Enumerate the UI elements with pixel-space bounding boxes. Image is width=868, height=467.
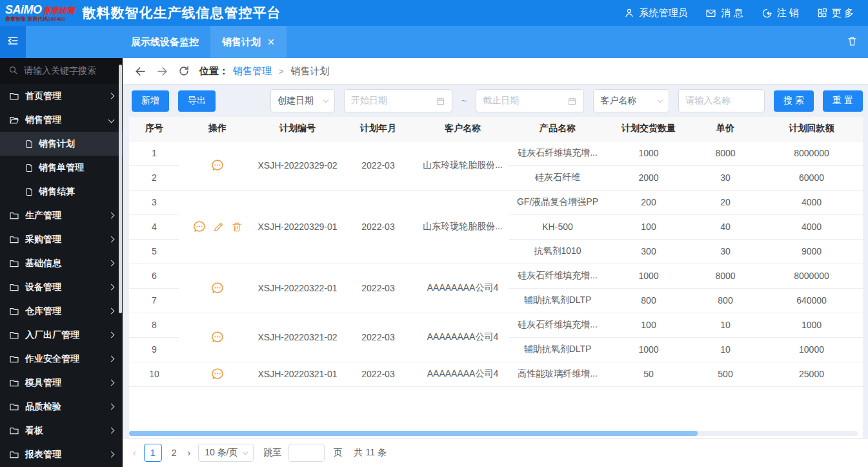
date-type-value: 创建日期 <box>278 95 314 107</box>
sidebar-item-报表管理[interactable]: 报表管理 <box>0 442 123 466</box>
sidebar-item-设备管理[interactable]: 设备管理 <box>0 275 123 299</box>
sidebar-item-label: 首页管理 <box>25 90 103 102</box>
sidebar-item-采购管理[interactable]: 采购管理 <box>0 227 123 251</box>
chevron-right-icon <box>108 236 115 243</box>
horizontal-scrollbar-thumb[interactable] <box>129 431 698 436</box>
page-size-value: 10 条/页 <box>205 447 237 459</box>
next-page-button[interactable]: › <box>186 448 192 458</box>
cell-product-name: 辅助抗氧剂DLTP <box>509 337 607 362</box>
cell-planned-quantity: 50 <box>607 362 691 386</box>
jump-page-input[interactable] <box>288 444 325 462</box>
cell-plan-number: XSJH-20220321-01 <box>256 362 339 386</box>
sidebar-subitem-销售单管理[interactable]: 销售单管理 <box>0 156 123 180</box>
sidebar-item-label: 销售管理 <box>25 114 103 126</box>
cell-actions <box>179 313 256 362</box>
table-row: 10XSJH-20220321-012022-03AAAAAAAA公司4高性能玻… <box>129 362 863 386</box>
cell-unit-price: 800 <box>691 288 760 313</box>
cell-product-name: 硅灰石纤维 <box>509 165 607 190</box>
tab-label: 销售计划 <box>222 36 261 48</box>
delete-icon[interactable] <box>231 221 243 233</box>
comment-icon[interactable] <box>210 367 225 381</box>
sidebar-search-input[interactable]: 请输入关键字搜索 <box>0 58 123 84</box>
breadcrumb-bar: 位置： 销售管理 > 销售计划 <box>123 58 868 85</box>
folder-open-icon <box>9 115 19 125</box>
forward-button[interactable] <box>156 65 168 78</box>
clear-tabs-button[interactable] <box>847 36 858 49</box>
tab-label: 展示线设备监控 <box>131 36 199 48</box>
trash-icon <box>847 36 858 49</box>
back-button[interactable] <box>134 65 146 78</box>
page-title: 散料数智化生产线信息管控平台 <box>83 4 281 22</box>
cell-planned-amount: 1000 <box>760 313 863 337</box>
breadcrumb-current: 销售计划 <box>291 65 330 78</box>
folder-icon <box>9 258 19 269</box>
reset-button[interactable]: 重 置 <box>823 90 863 112</box>
sidebar-item-首页管理[interactable]: 首页管理 <box>0 84 123 108</box>
tab-close-icon[interactable]: ✕ <box>267 37 275 47</box>
sidebar-item-仓库管理[interactable]: 仓库管理 <box>0 299 123 323</box>
cell-actions <box>179 264 256 313</box>
sidebar-scrollbar[interactable] <box>119 65 122 313</box>
header-action-logout[interactable]: 注 销 <box>762 7 799 19</box>
column-header-计划回款额: 计划回款额 <box>760 117 863 141</box>
prev-page-button[interactable]: ‹ <box>132 448 137 458</box>
sales-plan-table-card: 序号操作计划编号计划年月客户名称产品名称计划交货数量单价计划回款额 1XSJH-… <box>129 117 863 438</box>
calendar-icon <box>567 96 577 106</box>
logo-subtext: 赛摩智能 股票代码300466 <box>5 17 75 22</box>
search-button[interactable]: 搜 索 <box>774 90 814 112</box>
sidebar-item-销售管理[interactable]: 销售管理 <box>0 108 123 132</box>
cell-customer-name: AAAAAAAA公司4 <box>417 313 509 362</box>
cell-customer-name: 山东玲珑轮胎股份... <box>417 190 509 264</box>
filter-field-select[interactable]: 客户名称 <box>593 89 669 112</box>
page-number-2[interactable]: 2 <box>168 448 180 458</box>
cell-product-name: 硅灰石纤维填充增... <box>509 141 607 165</box>
refresh-button[interactable] <box>178 65 190 77</box>
logo-text: SAiMO <box>5 3 42 16</box>
folder-icon <box>9 282 19 293</box>
sidebar-item-生产管理[interactable]: 生产管理 <box>0 203 123 227</box>
sidebar-item-作业安全管理[interactable]: 作业安全管理 <box>0 347 123 371</box>
date-type-select[interactable]: 创建日期 <box>270 89 335 112</box>
tab-展示线设备监控[interactable]: 展示线设备监控 <box>119 26 210 58</box>
folder-icon <box>9 211 19 221</box>
sidebar-item-看板[interactable]: 看板 <box>0 419 123 442</box>
start-date-input[interactable]: 开始日期 <box>344 89 452 112</box>
chevron-right-icon <box>108 451 115 458</box>
header-action-user[interactable]: 系统管理员 <box>624 7 687 19</box>
table-row: 6XSJH-20220322-012022-03AAAAAAAA公司4硅灰石纤维… <box>129 264 863 288</box>
edit-icon[interactable] <box>213 221 225 233</box>
cell-row-number: 9 <box>129 337 179 362</box>
cell-planned-quantity: 1000 <box>607 337 691 362</box>
sidebar-subitem-销售结算[interactable]: 销售结算 <box>0 180 123 203</box>
name-search-input[interactable]: 请输入名称 <box>678 89 765 112</box>
sidebar-collapse-button[interactable] <box>0 26 26 58</box>
breadcrumb-parent-link[interactable]: 销售管理 <box>233 65 272 78</box>
company-logo: SAiMO赛摩雄鹰 赛摩智能 股票代码300466 <box>5 4 75 22</box>
sidebar-item-基础信息[interactable]: 基础信息 <box>0 251 123 275</box>
page-size-select[interactable]: 10 条/页 <box>198 444 253 462</box>
cell-actions <box>179 362 256 386</box>
horizontal-scrollbar-track <box>129 431 858 436</box>
comment-icon[interactable] <box>192 220 207 234</box>
chevron-right-icon <box>108 260 115 267</box>
top-header: SAiMO赛摩雄鹰 赛摩智能 股票代码300466 散料数智化生产线信息管控平台… <box>0 0 868 26</box>
export-button[interactable]: 导出 <box>178 90 216 112</box>
header-action-mail[interactable]: 消 息 <box>705 7 743 19</box>
logout-icon <box>762 8 772 19</box>
cell-plan-month: 2022-03 <box>339 141 417 190</box>
sidebar-subitem-销售计划[interactable]: 销售计划 <box>0 132 123 156</box>
name-placeholder: 请输入名称 <box>685 95 731 107</box>
sidebar-item-模具管理[interactable]: 模具管理 <box>0 371 123 395</box>
comment-icon[interactable] <box>210 281 225 295</box>
comment-icon[interactable] <box>210 158 225 172</box>
chevron-right-icon <box>108 428 115 434</box>
sidebar-item-品质检验[interactable]: 品质检验 <box>0 395 123 419</box>
header-action-grid[interactable]: 更 多 <box>817 7 854 19</box>
add-button[interactable]: 新增 <box>132 90 169 112</box>
comment-icon[interactable] <box>210 330 225 344</box>
sidebar-item-入厂出厂管理[interactable]: 入厂出厂管理 <box>0 323 123 347</box>
page-number-1[interactable]: 1 <box>144 444 162 462</box>
tab-销售计划[interactable]: 销售计划✕ <box>210 26 287 58</box>
cell-planned-quantity: 2000 <box>607 165 691 190</box>
end-date-input[interactable]: 截止日期 <box>476 89 584 112</box>
